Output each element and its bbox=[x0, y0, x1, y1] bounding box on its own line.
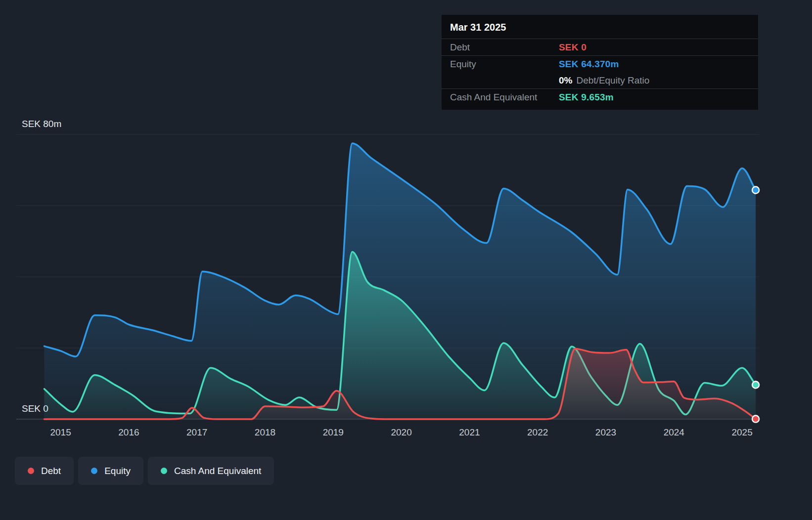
tooltip-row-cash: Cash And Equivalent SEK 9.653m bbox=[442, 88, 758, 105]
x-axis-label-2018: 2018 bbox=[255, 427, 275, 437]
equity-endpoint-marker bbox=[752, 187, 759, 194]
legend-label-debt: Debt bbox=[41, 466, 61, 477]
legend-item-equity[interactable]: Equity bbox=[78, 457, 143, 485]
x-axis-label-2025: 2025 bbox=[731, 427, 752, 437]
equity-legend-dot-icon bbox=[91, 468, 97, 474]
legend-label-cash: Cash And Equivalent bbox=[174, 466, 261, 477]
x-axis-label-2020: 2020 bbox=[391, 427, 411, 437]
x-axis-label-2023: 2023 bbox=[595, 427, 616, 437]
tooltip-date: Mar 31 2025 bbox=[442, 15, 758, 39]
tooltip-ratio-value: 0% bbox=[559, 75, 572, 86]
tooltip-row-debt: Debt SEK 0 bbox=[442, 39, 758, 55]
tooltip-equity-value: SEK 64.370m bbox=[559, 59, 619, 70]
tooltip-debt-value: SEK 0 bbox=[559, 42, 586, 53]
x-axis-label-2016: 2016 bbox=[118, 427, 139, 437]
x-axis-label-2021: 2021 bbox=[459, 427, 480, 437]
debt-endpoint-marker bbox=[752, 416, 759, 423]
x-axis-label-2022: 2022 bbox=[527, 427, 548, 437]
tooltip-row-debt-equity-ratio: 0%Debt/Equity Ratio bbox=[442, 72, 758, 88]
y-axis-label-80: SEK 80m bbox=[22, 119, 61, 129]
x-axis-label-2015: 2015 bbox=[50, 427, 71, 437]
x-axis-label-2019: 2019 bbox=[323, 427, 344, 437]
cash-legend-dot-icon bbox=[161, 468, 167, 474]
tooltip-cash-label: Cash And Equivalent bbox=[450, 92, 559, 103]
chart-legend: DebtEquityCash And Equivalent bbox=[15, 457, 274, 485]
legend-label-equity: Equity bbox=[104, 466, 131, 477]
x-axis-label-2017: 2017 bbox=[186, 427, 207, 437]
tooltip-cash-value: SEK 9.653m bbox=[559, 92, 614, 103]
cash-endpoint-marker bbox=[752, 382, 759, 389]
legend-item-cash[interactable]: Cash And Equivalent bbox=[148, 457, 274, 485]
chart-tooltip: Mar 31 2025 Debt SEK 0 Equity SEK 64.370… bbox=[442, 15, 758, 110]
tooltip-debt-label: Debt bbox=[450, 42, 559, 53]
debt-legend-dot-icon bbox=[28, 468, 34, 474]
balance-sheet-history-chart: SEK 80mSEK 02015201620172018201920202021… bbox=[0, 0, 812, 520]
tooltip-ratio-text: 0%Debt/Equity Ratio bbox=[559, 75, 649, 86]
legend-item-debt[interactable]: Debt bbox=[15, 457, 74, 485]
tooltip-ratio-label: Debt/Equity Ratio bbox=[576, 75, 649, 86]
tooltip-equity-label: Equity bbox=[450, 59, 559, 70]
x-axis-label-2024: 2024 bbox=[664, 427, 685, 437]
tooltip-row-equity: Equity SEK 64.370m bbox=[442, 55, 758, 72]
